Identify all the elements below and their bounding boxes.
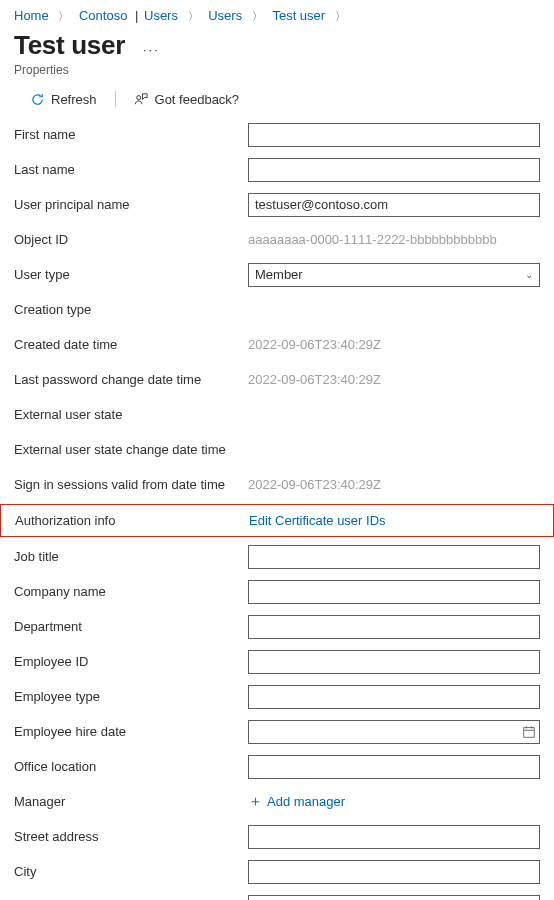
more-actions-button[interactable]: ··· — [143, 42, 160, 57]
department-field[interactable] — [248, 615, 540, 639]
label-signin-valid: Sign in sessions valid from date time — [14, 471, 248, 498]
row-upn: User principal name — [14, 187, 540, 222]
label-last-name: Last name — [14, 156, 248, 183]
row-state: State or province — [14, 889, 540, 900]
first-name-field[interactable] — [248, 123, 540, 147]
chevron-right-icon: 〉 — [188, 10, 199, 22]
user-type-select[interactable]: Member ⌄ — [248, 263, 540, 287]
last-pwd-value: 2022-09-06T23:40:29Z — [248, 370, 540, 389]
row-department: Department — [14, 609, 540, 644]
row-last-pwd: Last password change date time 2022-09-0… — [14, 362, 540, 397]
emp-id-field[interactable] — [248, 650, 540, 674]
row-city: City — [14, 854, 540, 889]
row-auth-info: Authorization info Edit Certificate user… — [0, 504, 554, 537]
label-auth-info: Authorization info — [15, 507, 249, 534]
row-ext-state-change: External user state change date time — [14, 432, 540, 467]
add-manager-label: Add manager — [267, 794, 345, 809]
chevron-right-icon: 〉 — [335, 10, 346, 22]
row-created: Created date time 2022-09-06T23:40:29Z — [14, 327, 540, 362]
row-office: Office location — [14, 749, 540, 784]
label-first-name: First name — [14, 121, 248, 148]
breadcrumb-users-2[interactable]: Users — [208, 8, 242, 23]
person-feedback-icon — [134, 92, 149, 107]
state-field[interactable] — [248, 895, 540, 901]
label-emp-id: Employee ID — [14, 648, 248, 675]
chevron-down-icon: ⌄ — [525, 269, 533, 280]
page-subtitle: Properties — [0, 63, 554, 77]
row-ext-state: External user state — [14, 397, 540, 432]
job-title-field[interactable] — [248, 545, 540, 569]
label-manager: Manager — [14, 788, 248, 815]
svg-point-0 — [136, 95, 140, 99]
label-job-title: Job title — [14, 543, 248, 570]
row-user-type: User type Member ⌄ — [14, 257, 540, 292]
row-emp-hire: Employee hire date — [14, 714, 540, 749]
last-name-field[interactable] — [248, 158, 540, 182]
object-id-value: aaaaaaaa-0000-1111-2222-bbbbbbbbbbbb — [248, 230, 540, 249]
label-department: Department — [14, 613, 248, 640]
signin-valid-value: 2022-09-06T23:40:29Z — [248, 475, 540, 494]
row-creation-type: Creation type — [14, 292, 540, 327]
company-field[interactable] — [248, 580, 540, 604]
label-object-id: Object ID — [14, 226, 248, 253]
emp-type-field[interactable] — [248, 685, 540, 709]
breadcrumb: Home 〉 Contoso | Users 〉 Users 〉 Test us… — [0, 0, 554, 30]
label-state: State or province — [14, 893, 248, 900]
add-manager-link[interactable]: ＋ Add manager — [248, 792, 540, 811]
row-first-name: First name — [14, 117, 540, 152]
edit-certificate-user-ids-link[interactable]: Edit Certificate user IDs — [249, 513, 386, 528]
street-field[interactable] — [248, 825, 540, 849]
label-user-type: User type — [14, 261, 248, 288]
row-job-title: Job title — [14, 539, 540, 574]
created-value: 2022-09-06T23:40:29Z — [248, 335, 540, 354]
user-type-value: Member — [255, 267, 303, 282]
page-title: Test user — [14, 30, 125, 61]
feedback-label: Got feedback? — [155, 92, 240, 107]
refresh-button[interactable]: Refresh — [30, 92, 97, 107]
row-manager: Manager ＋ Add manager — [14, 784, 540, 819]
breadcrumb-home[interactable]: Home — [14, 8, 49, 23]
feedback-button[interactable]: Got feedback? — [134, 92, 240, 107]
toolbar-divider — [115, 91, 116, 107]
properties-form: First name Last name User principal name… — [0, 117, 554, 900]
label-ext-state-change: External user state change date time — [14, 436, 248, 463]
office-field[interactable] — [248, 755, 540, 779]
breadcrumb-user[interactable]: Test user — [272, 8, 325, 23]
label-emp-type: Employee type — [14, 683, 248, 710]
label-ext-state: External user state — [14, 401, 248, 428]
toolbar: Refresh Got feedback? — [0, 77, 554, 117]
emp-hire-field[interactable] — [248, 720, 540, 744]
breadcrumb-users-1[interactable]: Users — [144, 8, 178, 23]
row-emp-id: Employee ID — [14, 644, 540, 679]
label-emp-hire: Employee hire date — [14, 718, 248, 745]
chevron-right-icon: 〉 — [252, 10, 263, 22]
city-field[interactable] — [248, 860, 540, 884]
breadcrumb-org[interactable]: Contoso — [79, 8, 127, 23]
label-upn: User principal name — [14, 191, 248, 218]
row-emp-type: Employee type — [14, 679, 540, 714]
label-creation-type: Creation type — [14, 296, 248, 323]
label-office: Office location — [14, 753, 248, 780]
row-signin-valid: Sign in sessions valid from date time 20… — [14, 467, 540, 502]
row-street: Street address — [14, 819, 540, 854]
upn-field[interactable] — [248, 193, 540, 217]
row-object-id: Object ID aaaaaaaa-0000-1111-2222-bbbbbb… — [14, 222, 540, 257]
label-city: City — [14, 858, 248, 885]
label-street: Street address — [14, 823, 248, 850]
refresh-label: Refresh — [51, 92, 97, 107]
row-last-name: Last name — [14, 152, 540, 187]
row-company: Company name — [14, 574, 540, 609]
refresh-icon — [30, 92, 45, 107]
chevron-right-icon: 〉 — [58, 10, 69, 22]
label-last-pwd: Last password change date time — [14, 366, 248, 393]
label-company: Company name — [14, 578, 248, 605]
plus-icon: ＋ — [248, 792, 263, 811]
label-created: Created date time — [14, 331, 248, 358]
separator-icon: | — [135, 8, 138, 23]
